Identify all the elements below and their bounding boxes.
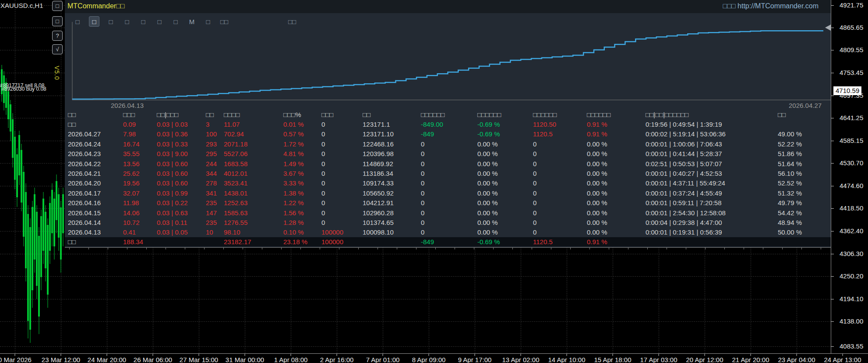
table-cell: 2026.04.13 xyxy=(65,228,123,236)
confirm-button[interactable]: √ xyxy=(52,44,63,54)
table-cell: 0 xyxy=(321,179,363,187)
table-cell: □□ xyxy=(65,238,123,246)
table-cell: 52.52 % xyxy=(778,179,831,187)
table-cell: 49.79 % xyxy=(778,199,831,206)
price-axis-label: 4697.35 xyxy=(840,92,863,99)
price-axis-tick xyxy=(831,254,834,254)
time-axis-label: 2 Apr 16:00 xyxy=(320,356,354,363)
table-cell: 100000 xyxy=(321,228,363,236)
table-cell: 0 xyxy=(421,209,477,217)
table-cell: 341 xyxy=(206,189,224,197)
table-cell: 0.00 % xyxy=(477,160,533,167)
price-axis-label: 4362.40 xyxy=(840,227,863,235)
mtcommander-panel: MTCommander□□ □□□ http://MTCommander.com… xyxy=(65,0,831,247)
table-cell: 0.91 % xyxy=(587,130,646,138)
ruler-tick xyxy=(589,248,590,249)
table-cell: 3.33 % xyxy=(283,179,321,187)
table-cell: 0 xyxy=(533,170,587,177)
ruler-tick xyxy=(108,248,108,249)
table-cell: 0.00 % xyxy=(477,150,533,157)
ruler-tick xyxy=(339,248,339,249)
table-cell: 0 xyxy=(421,179,477,187)
ruler-tick xyxy=(512,248,513,249)
price-axis[interactable]: 4710.59 4921.754865.654809.554753.454697… xyxy=(831,0,868,353)
table-cell: 0.00 % xyxy=(587,160,646,167)
table-cell: 0:00:01 | 0:41:44 | 5:28:37 xyxy=(646,150,778,157)
column-header: □□ xyxy=(206,111,224,118)
table-cell: 0.03 | 0.60 xyxy=(157,179,206,187)
ruler-tick xyxy=(358,248,359,249)
table-cell: 0 xyxy=(533,219,587,226)
ruler-tick xyxy=(416,248,416,249)
table-cell: 0:00:04 | 0:29:38 | 4:47:00 xyxy=(646,219,778,226)
panel-toggle-button[interactable]: □ xyxy=(52,1,63,11)
table-cell: 1276.55 xyxy=(224,219,283,226)
table-cell: 113186.34 xyxy=(363,170,421,177)
table-cell: 0.03 | 0.99 xyxy=(157,189,206,197)
time-axis-label: 27 Mar 15:00 xyxy=(180,356,218,363)
price-axis-tick xyxy=(831,186,834,186)
table-cell: 0:00:01 | 1:00:06 | 7:06:43 xyxy=(646,140,778,148)
help-button[interactable]: ? xyxy=(52,31,63,41)
table-cell: 235 xyxy=(206,199,224,206)
table-cell: 0.91 % xyxy=(587,121,646,128)
table-cell: 123171.10 xyxy=(363,130,421,138)
table-row: 2026.04.2416.740.03 | 0.332932071.181.72… xyxy=(65,139,831,149)
table-cell: 10 xyxy=(206,228,224,236)
table-cell: 0.01 % xyxy=(283,121,321,128)
table-cell: 1252.63 xyxy=(224,199,283,206)
table-cell: 48.94 % xyxy=(778,219,831,226)
table-cell: 3 xyxy=(206,121,224,128)
table-cell: 100000 xyxy=(321,238,363,246)
table-cell: 0.00 % xyxy=(477,209,533,217)
table-cell: 0:00:01 | 4:37:11 | 55:49:24 xyxy=(646,179,778,187)
table-row: 2026.04.1410.720.03 | 0.112351276.551.28… xyxy=(65,217,831,227)
table-cell: 54.42 % xyxy=(778,209,831,217)
ruler-tick xyxy=(724,248,725,249)
table-cell: 0 xyxy=(533,189,587,197)
table-row: 2026.04.2213.560.03 | 0.602441683.581.49… xyxy=(65,159,831,168)
table-cell: 100098.10 xyxy=(363,228,421,236)
table-cell: 3523.41 xyxy=(224,179,283,187)
table-cell: 4012.01 xyxy=(224,170,283,177)
time-axis-label: 17 Apr 03:00 xyxy=(640,356,677,363)
table-cell: 123171.1 xyxy=(363,121,421,128)
table-cell: 1.38 % xyxy=(283,189,321,197)
time-axis-label: 8 Apr 09:00 xyxy=(412,356,446,363)
time-axis[interactable]: 0 Mar 202623 Mar 12:0024 Mar 20:0026 Mar… xyxy=(0,353,868,363)
table-cell: 0:00:01 | 0:59:11 | 7:20:58 xyxy=(646,199,778,206)
price-axis-tick xyxy=(831,141,834,141)
table-cell: 51.86 % xyxy=(778,150,831,157)
price-axis-label: 4306.30 xyxy=(840,250,863,257)
time-axis-label: 13 Apr 02:00 xyxy=(502,356,539,363)
table-cell: 23.18 % xyxy=(283,238,321,246)
price-axis-label: 4921.75 xyxy=(840,1,863,9)
table-cell: 1585.63 xyxy=(224,209,283,217)
price-axis-tick xyxy=(831,299,834,299)
table-cell: 109174.33 xyxy=(363,179,421,187)
table-cell: 0 xyxy=(321,199,363,206)
table-cell: 1.56 % xyxy=(283,209,321,217)
settings-button[interactable]: □ xyxy=(52,16,63,26)
table-cell: -849 xyxy=(421,130,477,138)
gridline-horizontal xyxy=(0,321,831,322)
table-cell: 0.09 xyxy=(123,121,157,128)
table-cell: 295 xyxy=(206,150,224,157)
ruler-tick xyxy=(744,248,744,249)
price-axis-tick xyxy=(831,321,834,322)
table-cell: 0 xyxy=(321,160,363,167)
gridline-horizontal xyxy=(0,346,831,347)
table-cell: 5527.06 xyxy=(224,150,283,157)
table-cell: 0.03 | 0.22 xyxy=(157,199,206,206)
table-cell: 1.72 % xyxy=(283,140,321,148)
table-cell: 0 xyxy=(533,150,587,157)
table-cell: 0.03 | 0.03 xyxy=(157,121,206,128)
ruler-tick xyxy=(223,248,224,249)
panel-website-link[interactable]: □□□ http://MTCommander.com xyxy=(723,2,819,10)
price-axis-label: 4138.00 xyxy=(840,317,863,325)
table-cell: 0 xyxy=(421,170,477,177)
column-header: □□□% xyxy=(283,111,321,118)
price-axis-label: 4474.60 xyxy=(840,182,863,189)
table-cell: 114869.92 xyxy=(363,160,421,167)
ruler-tick xyxy=(146,248,147,249)
